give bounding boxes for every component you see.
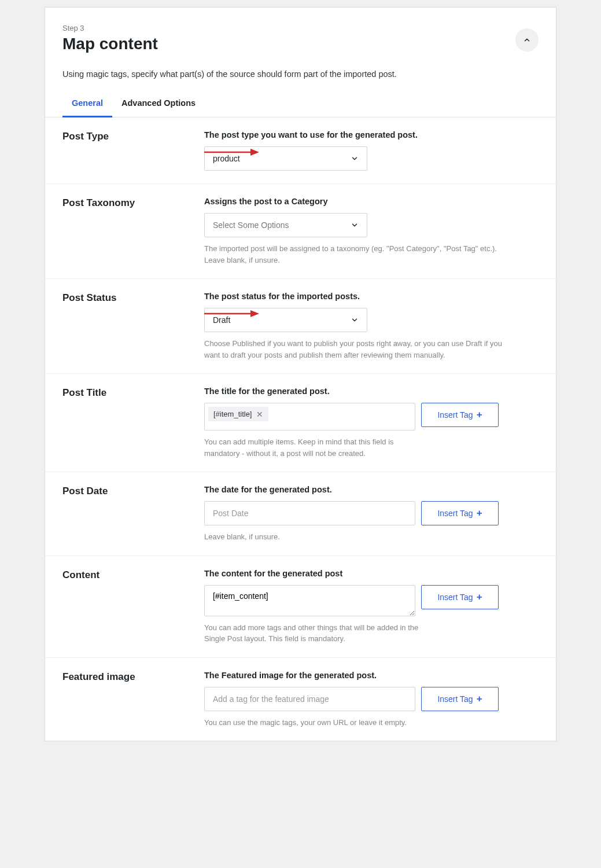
select-post-taxonomy-placeholder: Select Some Options bbox=[213, 220, 289, 230]
field-post-title: Post Title The title for the generated p… bbox=[45, 374, 556, 472]
step-label: Step 3 bbox=[62, 24, 539, 32]
tabs: General Advanced Options bbox=[45, 91, 556, 117]
select-post-taxonomy[interactable]: Select Some Options bbox=[204, 213, 367, 237]
plus-icon: + bbox=[477, 591, 482, 603]
insert-tag-button[interactable]: Insert Tag + bbox=[421, 687, 499, 711]
help-post-date: Leave blank, if unsure. bbox=[204, 531, 505, 543]
help-content: You can add more tags and other things t… bbox=[204, 622, 430, 645]
tab-general[interactable]: General bbox=[62, 91, 112, 117]
heading-content: The content for the generated post bbox=[204, 569, 539, 578]
tab-advanced[interactable]: Advanced Options bbox=[112, 91, 205, 117]
insert-tag-button[interactable]: Insert Tag + bbox=[421, 585, 499, 609]
chevron-down-icon bbox=[351, 155, 359, 163]
collapse-button[interactable] bbox=[515, 28, 539, 52]
help-post-taxonomy: The imported post will be assigned to a … bbox=[204, 243, 505, 266]
chevron-up-icon bbox=[523, 36, 531, 44]
input-post-date[interactable] bbox=[204, 501, 415, 525]
select-post-type-value: product bbox=[213, 154, 240, 163]
panel-header: Step 3 Map content bbox=[45, 8, 556, 64]
heading-post-type: The post type you want to use for the ge… bbox=[204, 130, 539, 139]
select-post-status[interactable]: Draft bbox=[204, 308, 367, 332]
plus-icon: + bbox=[477, 507, 482, 519]
remove-tag-icon[interactable]: ✕ bbox=[256, 410, 263, 418]
input-featured-image[interactable] bbox=[204, 687, 415, 711]
field-content: Content The content for the generated po… bbox=[45, 556, 556, 658]
field-post-date: Post Date The date for the generated pos… bbox=[45, 472, 556, 556]
label-post-taxonomy: Post Taxonomy bbox=[62, 197, 204, 266]
field-post-status: Post Status The post status for the impo… bbox=[45, 279, 556, 374]
field-featured-image: Featured image The Featured image for th… bbox=[45, 658, 556, 741]
input-content[interactable] bbox=[204, 585, 415, 616]
panel-title: Map content bbox=[62, 35, 539, 53]
plus-icon: + bbox=[477, 693, 482, 705]
label-post-status: Post Status bbox=[62, 292, 204, 361]
help-post-status: Choose Published if you want to publish … bbox=[204, 338, 505, 361]
insert-tag-button[interactable]: Insert Tag + bbox=[421, 403, 499, 427]
help-post-title: You can add multiple items. Keep in mind… bbox=[204, 436, 401, 459]
tag-chip-label: [#item_title] bbox=[213, 410, 252, 418]
help-featured-image: You can use the magic tags, your own URL… bbox=[204, 717, 505, 729]
insert-tag-button[interactable]: Insert Tag + bbox=[421, 501, 499, 525]
heading-post-title: The title for the generated post. bbox=[204, 387, 539, 396]
chevron-down-icon bbox=[351, 316, 359, 324]
label-post-date: Post Date bbox=[62, 485, 204, 543]
label-post-type: Post Type bbox=[62, 130, 204, 171]
label-post-title: Post Title bbox=[62, 387, 204, 459]
chevron-down-icon bbox=[351, 221, 359, 229]
plus-icon: + bbox=[477, 409, 482, 421]
heading-post-taxonomy: Assigns the post to a Category bbox=[204, 197, 539, 206]
select-post-status-value: Draft bbox=[213, 315, 230, 325]
heading-post-status: The post status for the imported posts. bbox=[204, 292, 539, 301]
input-post-title[interactable]: [#item_title] ✕ bbox=[204, 403, 415, 431]
field-post-type: Post Type The post type you want to use … bbox=[45, 117, 556, 184]
field-post-taxonomy: Post Taxonomy Assigns the post to a Cate… bbox=[45, 184, 556, 279]
heading-post-date: The date for the generated post. bbox=[204, 485, 539, 494]
heading-featured-image: The Featured image for the generated pos… bbox=[204, 671, 539, 680]
select-post-type[interactable]: product bbox=[204, 146, 367, 171]
tag-chip: [#item_title] ✕ bbox=[208, 407, 268, 421]
label-content: Content bbox=[62, 569, 204, 645]
label-featured-image: Featured image bbox=[62, 671, 204, 729]
map-content-panel: Step 3 Map content Using magic tags, spe… bbox=[45, 7, 556, 741]
intro-text: Using magic tags, specify what part(s) o… bbox=[45, 64, 556, 91]
